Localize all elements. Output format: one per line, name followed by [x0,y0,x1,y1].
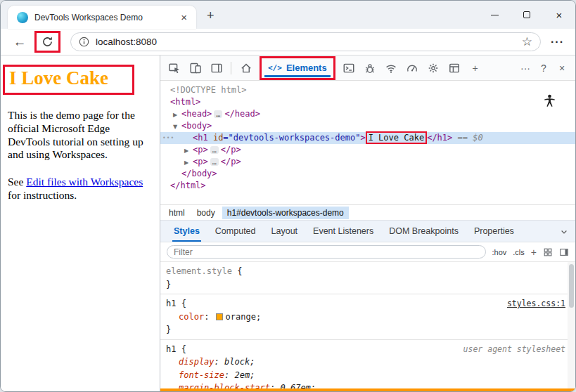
scrollbar-thumb[interactable] [569,264,574,308]
maximize-button[interactable] [511,1,543,29]
devtools-more-icon[interactable]: ··· [516,59,535,77]
breadcrumb-item[interactable]: body [192,207,220,219]
chevron-down-icon[interactable] [560,228,568,236]
console-button[interactable] [340,59,359,77]
browser-window: DevTools Workspaces Demo × + × ← localho… [0,0,576,392]
memory-button[interactable] [424,59,443,77]
network-button[interactable] [382,59,401,77]
minimize-button[interactable] [478,1,511,29]
tab-computed[interactable]: Computed [207,221,264,242]
breadcrumb-item[interactable]: h1#devtools-workspaces-demo [222,207,349,219]
device-emulation-button[interactable] [186,59,205,77]
more-tools-icon[interactable]: + [466,59,485,77]
page-favicon [17,12,28,23]
css-property[interactable]: font-size: 2em; [166,369,565,382]
open-brace: { [176,343,186,356]
tab-layout[interactable]: Layout [264,221,306,242]
filter-input-wrapper [167,245,486,259]
style-rule: h1 {user agent stylesheetdisplay: block;… [160,340,575,389]
dom-text-annotation: I Love Cake [366,131,427,144]
inspect-icon [168,62,181,74]
rule-selector[interactable]: element.style [166,265,232,278]
devtools-help-icon[interactable]: ? [535,59,553,77]
window-controls: × [478,1,575,29]
page-heading: I Love Cake [9,68,129,89]
tab-elements[interactable]: </> Elements [260,56,335,80]
tab-title: DevTools Workspaces Demo [34,13,171,22]
devtools-close-icon[interactable]: × [553,59,571,77]
new-tab-icon[interactable]: + [207,8,215,23]
dom-tree-row[interactable]: ▼<body> [160,120,575,132]
css-property[interactable]: color: orange; [166,311,565,324]
styles-filter-row: :hov .cls + [160,242,575,262]
dock-layout-button[interactable] [207,59,226,77]
devtools-panel: </> Elements [160,55,575,391]
tab-close-icon[interactable]: × [177,11,191,23]
style-rule: element.style {} [160,262,575,294]
dom-tree-row[interactable]: •••<h1 id="devtools-workspaces-demo">I L… [160,132,575,144]
network-wifi-icon [385,62,397,74]
dom-tree-row[interactable]: </html> [160,180,575,192]
computed-grid-icon[interactable] [543,247,553,257]
expand-arrow-icon[interactable]: ▶ [184,145,188,157]
heading-annotation-box: I Love Cake [3,65,134,95]
stylesheet-link[interactable]: styles.css:1 [500,297,565,311]
row-actions-icon[interactable]: ••• [162,132,174,144]
dom-token: <body> [181,121,212,131]
debugger-button[interactable] [361,59,380,77]
titlebar: DevTools Workspaces Demo × + × [1,1,575,29]
page-paragraph: This is the demo page for the official M… [8,109,153,162]
dom-token: </html> [170,181,206,190]
welcome-home-button[interactable] [236,59,255,77]
dom-token: </p> [221,157,241,166]
dom-tree-row[interactable]: ▶<p>…</p> [160,144,575,156]
back-icon[interactable]: ← [9,34,30,50]
dom-tree-row[interactable]: </body> [160,168,575,180]
tab-properties[interactable]: Properties [466,221,522,242]
breadcrumb-item[interactable]: html [164,207,190,219]
inspect-button[interactable] [165,59,184,77]
sidebar-toggle-icon[interactable] [559,247,569,257]
dom-token: <h1 [193,133,213,143]
stylesheet-origin-label: user agent stylesheet [456,343,565,356]
browser-tab[interactable]: DevTools Workspaces Demo × [8,6,196,29]
info-icon[interactable] [79,37,89,47]
collapse-arrow-icon[interactable]: ▼ [173,121,177,133]
rule-selector[interactable]: h1 [166,297,176,311]
browser-menu-icon[interactable]: ··· [548,36,567,48]
expand-arrow-icon[interactable]: ▶ [184,157,188,169]
styles-filter-input[interactable] [174,247,479,257]
expand-arrow-icon[interactable]: ▶ [173,109,177,121]
performance-button[interactable] [403,59,422,77]
content-area: I Love Cake This is the demo page for th… [1,55,575,391]
dom-token: </head> [224,109,260,119]
page-paragraph-2: See Edit files with Workspaces for instr… [8,176,153,202]
css-property[interactable]: display: block; [166,355,565,369]
css-property[interactable]: margin-block-start: 0.67em; [166,381,565,388]
address-bar[interactable]: localhost:8080 ☆ [70,32,541,51]
rule-selector[interactable]: h1 [166,343,176,356]
tab-styles[interactable]: Styles [166,221,207,242]
styles-scrollbar[interactable] [568,262,575,388]
workspaces-link[interactable]: Edit files with Workspaces [26,176,143,188]
new-style-rule-icon[interactable]: + [531,247,537,258]
dom-tree-row[interactable]: <html> [160,96,575,108]
performance-gauge-icon [406,62,418,74]
elements-tab-label: Elements [286,63,327,73]
tab-dom-breakpoints[interactable]: DOM Breakpoints [381,221,466,242]
dom-tree-row[interactable]: ▶<head>…</head> [160,108,575,120]
application-icon [448,62,461,74]
tab-event-listeners[interactable]: Event Listeners [305,221,381,242]
dom-tree-row[interactable]: <!DOCTYPE html> [160,84,575,96]
color-swatch[interactable] [216,313,223,320]
favorite-star-icon[interactable]: ☆ [522,34,532,49]
class-toggle[interactable]: .cls [513,248,525,256]
dom-token: </h1> [427,133,452,143]
pseudo-state-toggle[interactable]: :hov [492,248,507,256]
application-button[interactable] [445,59,464,77]
dom-tree-row[interactable]: ▶<p>…</p> [160,156,575,168]
refresh-button[interactable] [34,31,60,53]
rendered-page: I Love Cake This is the demo page for th… [1,55,160,391]
url-text[interactable]: localhost:8080 [96,37,516,47]
window-close-button[interactable]: × [543,1,575,29]
